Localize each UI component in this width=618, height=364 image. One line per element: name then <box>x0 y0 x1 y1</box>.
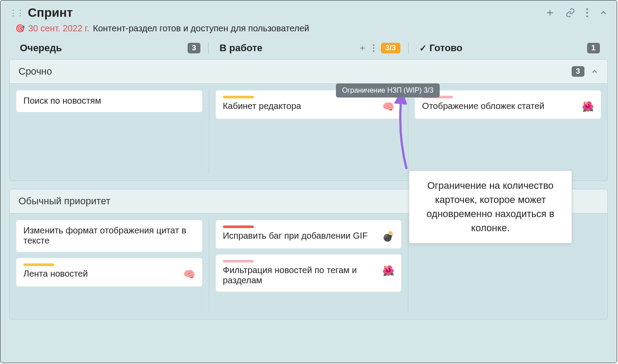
column-title: Готово <box>430 42 463 54</box>
svg-point-7 <box>373 45 374 46</box>
target-icon: 🎯 <box>15 24 25 33</box>
card-title: Кабинет редактора <box>223 101 301 111</box>
column-header-done[interactable]: ✓ Готово 1 <box>409 42 608 54</box>
column-header-in-progress[interactable]: В работе 3/3 <box>208 42 408 54</box>
plus-icon[interactable] <box>358 44 366 52</box>
card-stripe <box>223 96 254 98</box>
board-header: ⋮⋮ Спринт <box>0 0 617 23</box>
svg-point-3 <box>586 12 588 14</box>
card[interactable]: Изменить формат отображения цитат в текс… <box>16 220 203 252</box>
card[interactable]: Фильтрация новостей по тегам и разделам … <box>215 254 402 292</box>
swimlane-title: Срочно <box>19 66 52 77</box>
svg-point-2 <box>586 8 588 10</box>
plus-icon[interactable] <box>545 8 555 18</box>
board-title: Спринт <box>28 6 73 20</box>
kanban-board: ⋮⋮ Спринт 🎯 30 сент. 2022 г. Контент-раз… <box>0 0 617 363</box>
card[interactable]: Отображение обложек статей 🌺 <box>415 90 601 119</box>
card[interactable]: Исправить баг при добавлении GIF 💣 <box>215 220 402 249</box>
card-stripe <box>223 225 254 228</box>
card[interactable]: Лента новостей 🧠 <box>16 258 203 287</box>
card[interactable]: Поиск по новостям <box>16 90 203 113</box>
swimlane-col[interactable]: Поиск по новостям <box>10 90 209 174</box>
more-icon[interactable] <box>373 44 375 52</box>
swimlane-col[interactable]: Изменить формат отображения цитат в текс… <box>10 220 209 313</box>
column-count-badge: 3 <box>188 43 200 53</box>
svg-point-9 <box>373 50 374 52</box>
svg-point-8 <box>373 47 374 49</box>
wip-tooltip: Ограничение НЗП (WIP) 3/3 <box>336 83 440 98</box>
card-title: Лента новостей <box>23 269 88 279</box>
swimlane-body-urgent: Поиск по новостям Кабинет редактора 🧠 От… <box>9 84 608 181</box>
columns-header: Очередь 3 В работе 3/3 ✓ Готово 1 <box>0 40 617 59</box>
bomb-icon: 💣 <box>382 231 394 242</box>
card-stripe <box>223 260 254 263</box>
drag-handle-icon[interactable]: ⋮⋮ <box>9 8 23 18</box>
swimlane-title: Обычный приоритет <box>19 195 110 207</box>
chevron-up-icon[interactable] <box>591 68 599 75</box>
column-count-badge: 1 <box>587 43 600 53</box>
flower-icon: 🌺 <box>582 101 594 113</box>
check-icon: ✓ <box>419 43 427 53</box>
column-title: Очередь <box>20 42 62 54</box>
board-subheader: 🎯 30 сент. 2022 г. Контент-раздел готов … <box>0 23 617 40</box>
wip-badge[interactable]: 3/3 <box>381 43 400 53</box>
brain-icon: 🧠 <box>183 269 195 280</box>
swimlane-count-badge: 3 <box>572 66 584 77</box>
card-title: Отображение обложек статей <box>422 101 544 111</box>
swimlane-header-urgent[interactable]: Срочно 3 <box>9 59 608 84</box>
card-title: Изменить формат отображения цитат в текс… <box>23 225 195 246</box>
link-icon[interactable] <box>565 8 575 18</box>
column-header-queue[interactable]: Очередь 3 <box>9 42 208 54</box>
chevron-up-icon[interactable] <box>599 8 608 17</box>
card-stripe <box>23 263 54 266</box>
swimlane-col[interactable]: Отображение обложек статей 🌺 <box>408 90 607 174</box>
swimlane-col[interactable]: Исправить баг при добавлении GIF 💣 Фильт… <box>209 220 409 313</box>
column-title: В работе <box>219 42 262 54</box>
more-icon[interactable] <box>586 8 588 18</box>
swimlane-col[interactable]: Кабинет редактора 🧠 <box>209 90 409 174</box>
board-goal: Контент-раздел готов и доступен для поль… <box>93 23 309 34</box>
svg-point-4 <box>586 15 588 17</box>
board-due-date: 30 сент. 2022 г. <box>28 23 90 34</box>
flower-icon: 🌺 <box>382 265 394 277</box>
annotation-callout: Ограничение на количество карточек, кото… <box>409 170 572 244</box>
card-title: Поиск по новостям <box>23 96 101 106</box>
board-actions <box>545 8 608 18</box>
annotation-arrow <box>389 94 424 173</box>
card-title: Фильтрация новостей по тегам и разделам <box>223 265 378 285</box>
card-title: Исправить баг при добавлении GIF <box>223 231 368 241</box>
